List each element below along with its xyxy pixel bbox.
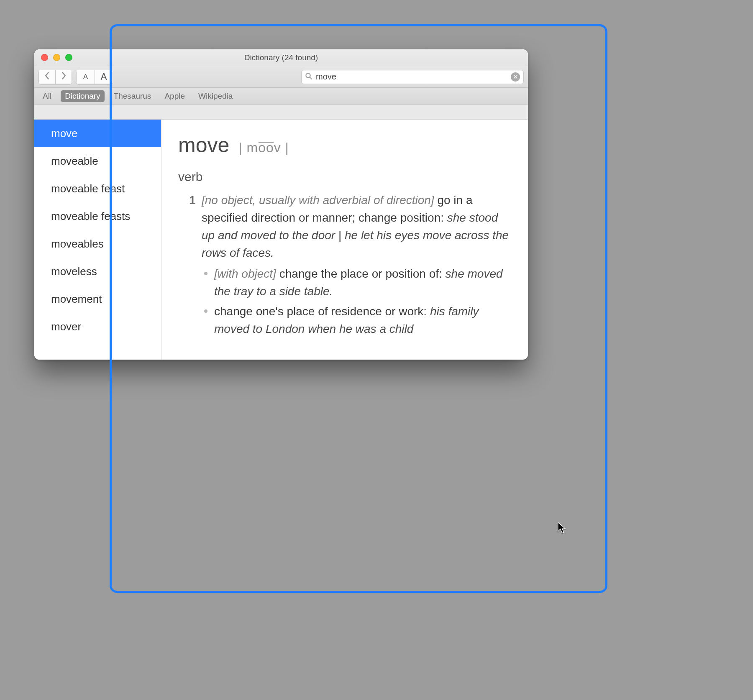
pron-macron: oo [258,140,274,156]
part-of-speech: verb [178,170,511,184]
dictionary-window: Dictionary (24 found) A A [34,49,528,360]
result-item[interactable]: move [34,120,161,147]
sub-senses: [with object] change the place or positi… [202,265,511,338]
senses-list: 1 [no object, usually with adverbial of … [178,192,511,338]
result-item[interactable]: moveless [34,258,161,285]
traffic-lights [34,54,72,61]
chevron-left-icon [44,72,50,82]
back-button[interactable] [38,70,55,84]
result-item[interactable]: movement [34,285,161,313]
titlebar[interactable]: Dictionary (24 found) [34,49,528,66]
tab-thesaurus[interactable]: Thesaurus [110,90,156,102]
text-size-smaller-button[interactable]: A [76,70,95,84]
sense-number: 1 [189,192,196,209]
result-item[interactable]: moveables [34,230,161,258]
result-item[interactable]: moveable feast [34,175,161,202]
sub-sense-def: change the place or position of: [276,267,446,280]
tab-all[interactable]: All [38,90,56,102]
minimize-button[interactable] [53,54,60,61]
chevron-right-icon [61,72,67,82]
text-size-larger-button[interactable]: A [95,70,113,84]
result-item[interactable]: mover [34,313,161,340]
pron-part: v | [274,140,289,155]
sub-sense: [with object] change the place or positi… [202,265,511,300]
window-title: Dictionary (24 found) [34,53,528,62]
close-button[interactable] [41,54,48,61]
search-field-wrap[interactable]: ✕ [301,70,524,84]
forward-button[interactable] [55,70,72,84]
results-sidebar[interactable]: move moveable moveable feast moveable fe… [34,120,161,360]
pron-part: | m [238,140,258,155]
definition-pane[interactable]: move | moov | verb 1 [no object, usually… [161,120,528,360]
sense: 1 [no object, usually with adverbial of … [189,192,511,338]
headline: move | moov | [178,133,511,157]
clear-x-icon: ✕ [513,73,518,80]
text-size-segmented: A A [76,70,113,84]
clear-search-button[interactable]: ✕ [511,72,520,82]
search-icon [305,72,312,82]
result-item[interactable]: moveable feasts [34,202,161,230]
grammar-label: [with object] [214,267,276,280]
sub-sense: change one's place of residence or work:… [202,303,511,338]
sub-sense-def: change one's place of residence or work: [214,305,430,318]
tab-dictionary[interactable]: Dictionary [61,90,104,102]
result-item[interactable]: moveable [34,147,161,175]
tab-apple[interactable]: Apple [160,90,189,102]
search-input[interactable] [316,72,507,82]
source-tabs: All Dictionary Thesaurus Apple Wikipedia [34,88,528,105]
svg-line-1 [310,77,312,79]
example-separator: | [335,229,345,242]
grammar-label: [no object, usually with adverbial of di… [202,194,434,207]
toolbar: A A ✕ [34,66,528,88]
headword: move [178,133,229,157]
source-subbar [34,105,528,120]
window-body: move moveable moveable feast moveable fe… [34,120,528,360]
mouse-cursor-icon [557,522,566,536]
zoom-button[interactable] [65,54,72,61]
pronunciation: | moov | [238,140,289,156]
tab-wikipedia[interactable]: Wikipedia [194,90,237,102]
nav-segmented [38,70,72,84]
